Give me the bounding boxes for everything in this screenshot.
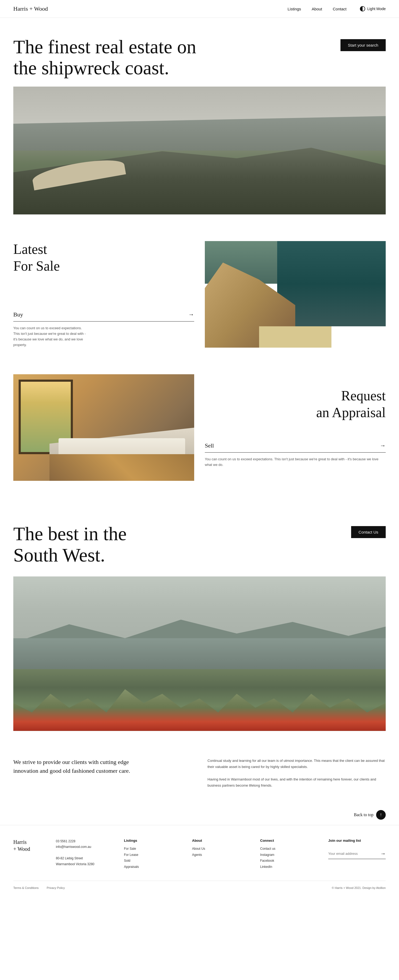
copyright-text: © Harris + Wood 2021. Design by Atollion: [332, 886, 386, 889]
footer-newsletter: Join our mailing list →: [328, 838, 386, 870]
southwest-heading-line2: South West.: [13, 544, 105, 566]
footer-about-us-link[interactable]: About Us: [192, 846, 250, 852]
footer-agents-link[interactable]: Agents: [192, 852, 250, 858]
email-input[interactable]: [328, 852, 380, 856]
nav-logo[interactable]: Harris + Wood: [13, 5, 48, 12]
nav-right: Listings About Contact Light Mode: [288, 6, 386, 11]
back-to-top-section: Back to top ↑: [0, 805, 399, 825]
newsletter-heading: Join our mailing list: [328, 838, 386, 843]
buy-description: You can count on us to exceed expectatio…: [13, 326, 88, 348]
cliff-sand: [259, 326, 331, 348]
contact-us-button[interactable]: Contact Us: [351, 526, 386, 538]
appraisal-right-col: Request an Appraisal Sell → You can coun…: [205, 374, 386, 481]
hero-heading-line2: the shipwreck coast.: [13, 57, 169, 79]
footer-for-sale-link[interactable]: For Sale: [124, 846, 181, 852]
footer-about-heading: About: [192, 838, 250, 843]
footer-connect-heading: Connect: [260, 838, 318, 843]
terms-link[interactable]: Terms & Conditions: [13, 886, 39, 889]
cliff-beach-image: [205, 241, 386, 348]
footer-contact-us-link[interactable]: Contact us: [260, 846, 318, 852]
latest-heading-line2: For Sale: [13, 258, 60, 274]
mode-label: Light Mode: [367, 7, 386, 11]
latest-right-col: [205, 241, 386, 348]
footer-logo: Harris+ Wood: [13, 838, 45, 853]
appraisal-heading: Request an Appraisal: [205, 388, 386, 421]
bed-cover-layer: [49, 454, 194, 481]
footer-listings-heading: Listings: [124, 838, 181, 843]
footer-instagram-link[interactable]: Instagram: [260, 852, 318, 858]
footer-address-line1: 80-82 Liebig Street: [56, 856, 113, 861]
footer-logo-contact: Harris+ Wood: [13, 838, 45, 870]
back-to-top-label: Back to top: [354, 813, 374, 817]
buy-label: Buy: [13, 311, 23, 318]
latest-heading: Latest For Sale: [13, 241, 194, 274]
southwest-image: [13, 576, 386, 731]
footer-appraisals-link[interactable]: Appraisals: [124, 864, 181, 870]
hero-heading: The finest real estate on the shipwreck …: [13, 37, 200, 79]
footer-email[interactable]: info@harriswood.com.au: [56, 844, 113, 850]
info-section: We strive to provide our clients with cu…: [0, 741, 399, 805]
navigation: Harris + Wood Listings About Contact Lig…: [0, 0, 399, 18]
latest-heading-line1: Latest: [13, 242, 47, 257]
sell-label: Sell: [205, 442, 214, 449]
footer-facebook-link[interactable]: Facebook: [260, 858, 318, 864]
buy-link[interactable]: Buy →: [13, 311, 194, 321]
bedroom-image: [13, 374, 194, 481]
appraisal-section: Request an Appraisal Sell → You can coun…: [0, 364, 399, 502]
appraisal-heading-line1: Request: [341, 388, 386, 403]
email-submit-button[interactable]: →: [380, 851, 386, 857]
info-right: Continual study and learning for all our…: [207, 757, 386, 789]
southwest-heading-line1: The best in the: [13, 523, 127, 544]
panorama-scene: [13, 576, 386, 731]
footer-phone[interactable]: 03 5561 2228: [56, 838, 113, 845]
back-to-top-button[interactable]: ↑: [376, 810, 386, 819]
hero-section: The finest real estate on the shipwreck …: [0, 18, 399, 225]
coastal-aerial-scene: [13, 87, 386, 215]
footer-for-lease-link[interactable]: For Lease: [124, 852, 181, 858]
buy-section: Buy → You can count on us to exceed expe…: [13, 311, 194, 348]
footer-address-line2: Warrnambool Victoria 3280: [56, 861, 113, 867]
latest-left-col: Latest For Sale Buy → You can count on u…: [13, 241, 194, 348]
latest-for-sale-section: Latest For Sale Buy → You can count on u…: [0, 225, 399, 364]
sell-section: Sell → You can count on us to exceed exp…: [205, 442, 386, 468]
start-search-button[interactable]: Start your search: [340, 39, 386, 51]
footer-bottom: Terms & Conditions Privacy Policy © Harr…: [13, 881, 386, 889]
appraisal-heading-line2: an Appraisal: [316, 405, 386, 420]
southwest-section: The best in the South West. Contact Us: [0, 502, 399, 741]
info-left-text: We strive to provide our clients with cu…: [13, 757, 130, 775]
nav-link-contact[interactable]: Contact: [333, 7, 347, 11]
nav-link-about[interactable]: About: [312, 7, 322, 11]
footer-linkedin-link[interactable]: LinkedIn: [260, 864, 318, 870]
footer-connect-col: Connect Contact us Instagram Facebook Li…: [260, 838, 318, 870]
southwest-heading: The best in the South West.: [13, 523, 173, 566]
mode-icon: [360, 6, 365, 11]
footer-sold-link[interactable]: Sold: [124, 858, 181, 864]
privacy-link[interactable]: Privacy Policy: [46, 886, 65, 889]
hero-image: [13, 87, 386, 215]
sell-description: You can count on us to exceed expectatio…: [205, 457, 386, 468]
nav-link-listings[interactable]: Listings: [288, 7, 301, 11]
sell-link[interactable]: Sell →: [205, 442, 386, 453]
hero-heading-line1: The finest real estate on: [13, 36, 196, 57]
nav-links: Listings About Contact: [288, 7, 347, 11]
up-arrow-icon: ↑: [380, 812, 382, 818]
info-left: We strive to provide our clients with cu…: [13, 757, 192, 789]
appraisal-left-col: [13, 374, 194, 481]
footer-contact: 03 5561 2228 info@harriswood.com.au 80-8…: [56, 838, 113, 870]
buy-arrow-icon: →: [188, 311, 194, 318]
footer-listings-col: Listings For Sale For Lease Sold Apprais…: [124, 838, 181, 870]
sell-arrow-icon: →: [380, 442, 386, 449]
footer: Harris+ Wood 03 5561 2228 info@harriswoo…: [0, 825, 399, 897]
dark-mode-toggle[interactable]: Light Mode: [360, 6, 386, 11]
footer-about-col: About About Us Agents: [192, 838, 250, 870]
info-right-text: Continual study and learning for all our…: [207, 757, 386, 789]
footer-bottom-links: Terms & Conditions Privacy Policy: [13, 886, 65, 889]
footer-main: Harris+ Wood 03 5561 2228 info@harriswoo…: [13, 838, 386, 881]
email-input-row: →: [328, 851, 386, 859]
